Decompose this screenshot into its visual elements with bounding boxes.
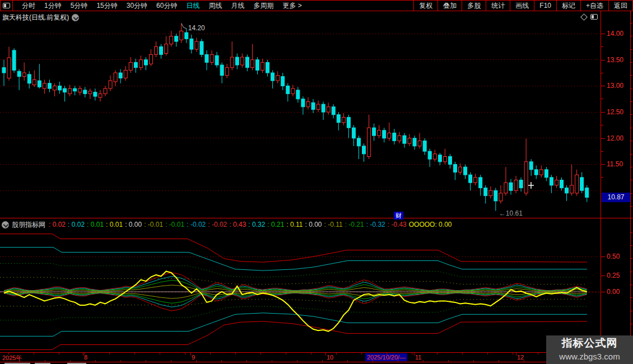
- week-tick: [513, 353, 513, 354]
- month-tick: [516, 353, 516, 356]
- tool-叠加[interactable]: 叠加: [437, 1, 462, 11]
- tool-复权[interactable]: 复权: [413, 1, 437, 11]
- timeframe-更多 >[interactable]: 更多 >: [278, 1, 306, 11]
- week-tick: [109, 353, 110, 354]
- scale-tick: [631, 206, 632, 207]
- chart-title-row: 旗天科技(日线.前复权): [2, 13, 79, 22]
- tool-画线[interactable]: 画线: [510, 1, 534, 11]
- split-window-icon: [3, 3, 10, 8]
- timeframe-1分钟[interactable]: 1分钟: [40, 1, 66, 11]
- timeframe-日线[interactable]: 日线: [181, 1, 204, 11]
- highlighted-date: 2025/10/20/—: [365, 353, 407, 361]
- indicator-chart: [0, 231, 599, 352]
- tool-F10[interactable]: F10: [534, 1, 556, 11]
- week-tick: [286, 353, 286, 354]
- indicator-value: : -0.43: [388, 221, 407, 228]
- indicator-value: : -0.11: [324, 221, 343, 228]
- pane-separator: [0, 218, 633, 218]
- month-tick: [190, 353, 191, 356]
- diamond-icon[interactable]: [580, 13, 588, 21]
- price-label: 11.50: [607, 160, 623, 168]
- scale-tick: [631, 62, 632, 63]
- price-tick: [601, 164, 605, 165]
- week-tick: [437, 353, 437, 354]
- week-tick: [160, 353, 160, 354]
- indicator-axis-tick: [601, 276, 605, 276]
- week-tick: [412, 353, 412, 354]
- price-label: 14.00: [607, 30, 623, 38]
- price-label: 13.00: [607, 82, 623, 90]
- timeframe-分时[interactable]: 分时: [17, 1, 40, 11]
- indicator-value: : 0.01: [87, 221, 104, 228]
- scale-tick: [631, 232, 632, 233]
- scale-tick: [631, 258, 632, 259]
- price-minor-tick: [601, 125, 603, 125]
- stock-title: 旗天科技(日线.前复权): [2, 13, 69, 22]
- chevron-down-icon[interactable]: [72, 14, 79, 21]
- layout-icon[interactable]: [590, 14, 598, 20]
- week-tick-bottom: [448, 360, 449, 362]
- week-tick-bottom: [120, 360, 121, 362]
- chart-corner-icons: [581, 14, 598, 20]
- timeframe-15分钟[interactable]: 15分钟: [92, 1, 122, 11]
- tool-+自选[interactable]: +自选: [580, 1, 608, 11]
- indicator-value: : -0.02: [208, 221, 227, 228]
- scale-tick: [631, 180, 632, 180]
- watermark: 指标公式网 www.zbgs3.com: [546, 335, 633, 364]
- time-label: 9: [192, 354, 195, 361]
- scale-tick: [631, 101, 632, 102]
- price-minor-tick: [601, 151, 603, 152]
- timeframe-多周期[interactable]: 多周期: [249, 1, 278, 11]
- price-tick: [601, 60, 605, 60]
- indicator-panel: [0, 231, 599, 354]
- week-tick: [34, 353, 34, 354]
- price-tick: [601, 86, 605, 86]
- indicator-header: 股朋指标网 : 0.02: 0.02: 0.01: 0.01: 0.00: -0…: [0, 220, 598, 230]
- week-tick: [361, 353, 362, 354]
- price-tick: [601, 112, 605, 113]
- panel-toggle-icon[interactable]: [1, 1, 13, 11]
- price-label: 12.00: [607, 134, 623, 142]
- tools-menu: 复权叠加多股统计画线F10标记+自选返回: [413, 1, 632, 11]
- indicator-axis-label: 0.00: [607, 288, 620, 296]
- chevron-down-icon[interactable]: [2, 221, 9, 228]
- week-tick: [134, 353, 135, 354]
- timeframe-60分钟[interactable]: 60分钟: [152, 1, 181, 11]
- week-tick-bottom: [70, 360, 71, 362]
- tool-返回[interactable]: 返回: [608, 1, 632, 11]
- timeframe-5分钟[interactable]: 5分钟: [66, 1, 92, 11]
- tool-统计[interactable]: 统计: [486, 1, 510, 11]
- tool-多股[interactable]: 多股: [462, 1, 486, 11]
- indicator-value: : 0.32: [248, 221, 265, 228]
- svg-text:14.20: 14.20: [188, 24, 205, 32]
- timeframe-menu: 分时1分钟5分钟15分钟30分钟60分钟日线周线月线多周期更多 >: [13, 1, 306, 11]
- week-tick-bottom: [423, 360, 423, 362]
- scale-tick: [631, 49, 632, 50]
- week-tick-bottom: [221, 360, 222, 362]
- timeframe-周线[interactable]: 周线: [204, 1, 226, 11]
- scale-tick: [631, 75, 632, 76]
- indicator-axis-label: 0.25: [607, 272, 620, 279]
- week-tick-bottom: [146, 360, 146, 362]
- tool-标记[interactable]: 标记: [556, 1, 580, 11]
- price-minor-tick: [601, 73, 603, 73]
- week-tick-bottom: [373, 360, 373, 362]
- price-tick: [601, 34, 605, 34]
- watermark-title: 指标公式网: [546, 335, 633, 351]
- indicator-value: : -0.01: [165, 221, 184, 228]
- week-tick: [8, 353, 9, 354]
- indicator-value: : 0.02: [68, 221, 85, 228]
- indicator-values: : 0.02: 0.02: 0.01: 0.01: 0.00: -0.01: -…: [46, 221, 452, 228]
- week-tick-bottom: [473, 360, 474, 362]
- candlestick-chart-area: 14.20←10.61 旗天科技(日线.前复权) 财: [0, 11, 599, 218]
- timeframe-月线[interactable]: 月线: [226, 1, 249, 11]
- week-tick: [84, 353, 85, 354]
- price-minor-tick: [601, 46, 603, 47]
- scale-tick: [631, 88, 632, 89]
- scale-tick: [631, 36, 632, 36]
- price-minor-tick: [601, 99, 603, 99]
- financial-report-tag[interactable]: 财: [394, 212, 403, 220]
- week-tick: [311, 353, 311, 354]
- scale-tick: [631, 128, 632, 128]
- timeframe-30分钟[interactable]: 30分钟: [122, 1, 152, 11]
